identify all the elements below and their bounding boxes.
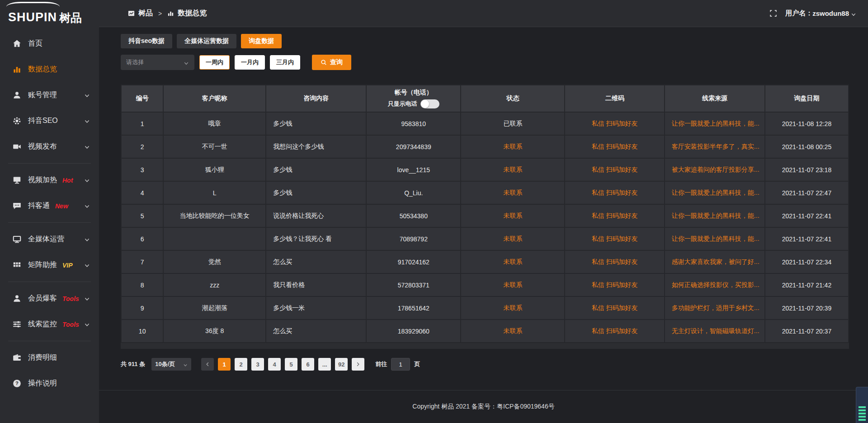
chevron-down-icon bbox=[183, 362, 188, 367]
page-size-select[interactable]: 10条/页 bbox=[151, 358, 191, 371]
footer: Copyright 树品 2021 备案号：粤ICP备09019646号 bbox=[99, 390, 868, 423]
table-row: 7 觉然 怎么买 917024162 未联系 私信 扫码加好友 感谢大家喜欢我家… bbox=[121, 250, 849, 273]
breadcrumb-root[interactable]: 树品 bbox=[138, 9, 153, 18]
page-buttons: 123456...92 bbox=[214, 358, 348, 371]
range-button[interactable]: 一月内 bbox=[235, 55, 265, 70]
bar-chart-icon bbox=[13, 65, 21, 74]
member-icon bbox=[13, 294, 21, 303]
sidebar-item-grid[interactable]: 矩阵助推 VIP bbox=[0, 252, 99, 278]
cell-status: 未联系 bbox=[461, 320, 565, 343]
next-page-button[interactable] bbox=[352, 358, 364, 371]
page-button-2[interactable]: 2 bbox=[235, 358, 247, 371]
page-button-6[interactable]: 6 bbox=[302, 358, 314, 371]
phone-toggle-row: 只显示电话 bbox=[388, 99, 439, 108]
breadcrumb-separator: > bbox=[158, 10, 162, 17]
range-button[interactable]: 三月内 bbox=[270, 55, 300, 70]
tab-3[interactable]: 询盘数据 bbox=[241, 34, 282, 48]
cell-source-link[interactable]: 多功能护栏灯，适用于乡村文... bbox=[665, 296, 765, 320]
cell-source-link[interactable]: 让你一眼就爱上的黑科技，能... bbox=[665, 181, 765, 204]
page-button-92[interactable]: 92 bbox=[335, 358, 348, 371]
chat-icon bbox=[13, 202, 21, 210]
cell-qrcode-link[interactable]: 私信 扫码加好友 bbox=[565, 135, 664, 158]
cell-nickname: L bbox=[163, 181, 266, 204]
cell-content: 多少钱 bbox=[266, 181, 366, 204]
cell-source-link[interactable]: 感谢大家喜欢我家，被问了好... bbox=[665, 250, 765, 273]
cell-qrcode-link[interactable]: 私信 扫码加好友 bbox=[565, 204, 664, 227]
page-button-1[interactable]: 1 bbox=[218, 358, 231, 371]
search-icon bbox=[321, 59, 327, 66]
search-button[interactable]: 查询 bbox=[312, 55, 351, 70]
inquiry-table-container: 编号客户昵称咨询内容帐号（电话）只显示电话状态二维码线索来源询盘日期 1 哦章 … bbox=[121, 85, 849, 349]
cell-status: 未联系 bbox=[461, 296, 565, 320]
cell-source-link[interactable]: 被大家追着问的客厅投影分享... bbox=[665, 158, 765, 181]
cell-qrcode-link[interactable]: 私信 扫码加好友 bbox=[565, 112, 664, 135]
sidebar-item-member[interactable]: 会员爆客 Tools bbox=[0, 286, 99, 311]
cell-qrcode-link[interactable]: 私信 扫码加好友 bbox=[565, 320, 664, 343]
cell-qrcode-link[interactable]: 私信 扫码加好友 bbox=[565, 181, 664, 204]
corner-widget bbox=[856, 387, 868, 423]
topbar-right: 用户名： zswodun88 bbox=[769, 9, 856, 18]
column-header: 状态 bbox=[461, 85, 565, 112]
tab-2[interactable]: 全媒体运营数据 bbox=[177, 34, 236, 48]
sidebar-item-sliders[interactable]: 线索监控 Tools bbox=[0, 311, 99, 337]
phone-only-toggle[interactable] bbox=[420, 99, 439, 108]
sidebar-item-gear[interactable]: 抖音SEO bbox=[0, 108, 99, 134]
cell-qrcode-link[interactable]: 私信 扫码加好友 bbox=[565, 250, 664, 273]
sidebar-item-wallet[interactable]: 消费明细 bbox=[0, 345, 99, 371]
sidebar-item-question[interactable]: ? 操作说明 bbox=[0, 371, 99, 396]
cell-qrcode-link[interactable]: 私信 扫码加好友 bbox=[565, 296, 664, 320]
sidebar-item-home[interactable]: 首页 bbox=[0, 31, 99, 56]
cell-qrcode-link[interactable]: 私信 扫码加好友 bbox=[565, 273, 664, 296]
page-button-5[interactable]: 5 bbox=[285, 358, 297, 371]
wallet-icon bbox=[13, 353, 21, 362]
cell-source-link[interactable]: 无主灯设计，智能磁吸轨道灯... bbox=[665, 320, 765, 343]
logo-arc-decoration bbox=[6, 2, 60, 12]
sidebar-item-monitor[interactable]: 全媒体运营 bbox=[0, 226, 99, 252]
table-row: 6 多少钱？让我死心 看 70898792 未联系 私信 扫码加好友 让你一眼就… bbox=[121, 227, 849, 250]
table-row: 2 不可一世 我想问这个多少钱 2097344839 未联系 私信 扫码加好友 … bbox=[121, 135, 849, 158]
column-header: 询盘日期 bbox=[765, 85, 849, 112]
cell-status: 未联系 bbox=[461, 273, 565, 296]
user-menu[interactable]: 用户名： zswodun88 bbox=[785, 9, 856, 18]
cell-content: 说说价格让我死心 bbox=[266, 204, 366, 227]
sidebar-item-badge: New bbox=[55, 202, 68, 210]
cell-date: 2021-11-07 22:41 bbox=[765, 204, 849, 227]
cell-status: 已联系 bbox=[461, 112, 565, 135]
sidebar-item-user[interactable]: 账号管理 bbox=[0, 82, 99, 108]
sidebar-item-video[interactable]: 视频发布 bbox=[0, 134, 99, 160]
table-row: 5 当地比较能吃的一位美女 说说价格让我死心 50534380 未联系 私信 扫… bbox=[121, 204, 849, 227]
tab-1[interactable]: 抖音seo数据 bbox=[121, 34, 172, 48]
inquiry-table: 编号客户昵称咨询内容帐号（电话）只显示电话状态二维码线索来源询盘日期 1 哦章 … bbox=[121, 85, 849, 343]
cell-account: 9583810 bbox=[366, 112, 461, 135]
cell-nickname: 潮起潮落 bbox=[163, 296, 266, 320]
cell-source-link[interactable]: 让你一眼就爱上的黑科技，能... bbox=[665, 227, 765, 250]
cell-source-link[interactable]: 如何正确选择投影仪，买投影... bbox=[665, 273, 765, 296]
cell-date: 2021-11-07 22:47 bbox=[765, 181, 849, 204]
sidebar-item-chat[interactable]: 抖客通 New bbox=[0, 193, 99, 219]
video-icon bbox=[13, 142, 21, 151]
brand-logo[interactable]: SHUPIN 树品 bbox=[0, 0, 99, 27]
goto-page-input[interactable] bbox=[391, 358, 410, 371]
table-body: 1 哦章 多少钱 9583810 已联系 私信 扫码加好友 让你一眼就爱上的黑科… bbox=[121, 112, 849, 343]
sidebar-item-screen[interactable]: 视频加热 Hot bbox=[0, 167, 99, 193]
page-ellipsis-button[interactable]: ... bbox=[318, 358, 331, 371]
cell-source-link[interactable]: 让你一眼就爱上的黑科技，能... bbox=[665, 204, 765, 227]
cell-qrcode-link[interactable]: 私信 扫码加好友 bbox=[565, 227, 664, 250]
cell-account: 50534380 bbox=[366, 204, 461, 227]
main-column: 树品 > 数据总览 用户名： zswodun88 bbox=[99, 0, 868, 423]
sidebar-item-label: 视频加热 bbox=[28, 175, 57, 185]
page-button-3[interactable]: 3 bbox=[251, 358, 264, 371]
cell-source-link[interactable]: 客厅安装投影半年多了，真实... bbox=[665, 135, 765, 158]
filter-select[interactable]: 请选择 bbox=[121, 55, 194, 70]
sidebar-item-badge: Tools bbox=[62, 295, 79, 302]
account-header-stack: 帐号（电话）只显示电话 bbox=[367, 89, 460, 108]
app-window-icon bbox=[128, 10, 135, 17]
prev-page-button[interactable] bbox=[201, 358, 214, 371]
sidebar-item-bar-chart[interactable]: 数据总览 bbox=[0, 56, 99, 82]
cell-qrcode-link[interactable]: 私信 扫码加好友 bbox=[565, 158, 664, 181]
cell-nickname: zzz bbox=[163, 273, 266, 296]
fullscreen-icon[interactable] bbox=[769, 9, 777, 17]
range-button[interactable]: 一周内 bbox=[199, 55, 230, 70]
page-button-4[interactable]: 4 bbox=[268, 358, 281, 371]
cell-source-link[interactable]: 让你一眼就爱上的黑科技，能... bbox=[665, 112, 765, 135]
